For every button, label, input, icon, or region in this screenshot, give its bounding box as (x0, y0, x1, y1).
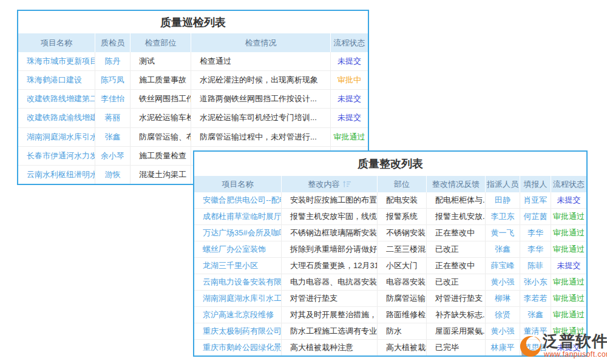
rectification-table-title: 质量整改列表 (194, 152, 586, 176)
reporter-cell[interactable]: 肖亚军 (520, 192, 551, 208)
project-cell[interactable]: 湖南洞庭湖水库引水工... (18, 128, 95, 146)
assignee-cell[interactable]: 张鑫 (486, 241, 520, 257)
inspector-cell[interactable]: 陈丹 (95, 52, 131, 70)
fanpu-logo-text: 泛普软件 (543, 332, 607, 350)
project-cell[interactable]: 云南电力设备安装有限公司20... (194, 274, 282, 290)
content-cell: 高大植被栽种注意 (282, 340, 378, 356)
inspector-cell[interactable]: 蒋丽 (95, 109, 131, 127)
header-cell-project: 项目名称 (194, 176, 282, 192)
status-cell: 未提交 (551, 192, 586, 208)
part-cell: 防腐管运输... (378, 291, 427, 306)
situation-cell: 检查通过 (191, 52, 331, 70)
assignee-cell[interactable]: 黄小强 (486, 274, 520, 290)
part-cell: 铁丝网围挡工作检查 (131, 90, 191, 108)
project-cell[interactable]: 改建铁路线增建第二线... (18, 90, 95, 108)
status-cell: 未提交 (331, 90, 368, 108)
content-cell: 对其及时开展整治措施，桥头... (282, 307, 378, 323)
part-cell: 高大植被栽种 (378, 340, 427, 356)
project-cell[interactable]: 重庆市鹅岭公园绿化景观提升... (194, 340, 282, 356)
reporter-cell[interactable]: 张鑫 (520, 307, 551, 323)
part-cell: 水泥砼运输车检查 (131, 109, 191, 127)
part-cell: 二至三楼混... (378, 241, 427, 257)
reporter-cell[interactable]: 陈菲 (520, 258, 551, 274)
feedback-cell: 正在整改中 (427, 225, 486, 241)
project-cell[interactable]: 京沪高速北京段维修 (194, 307, 282, 323)
content-cell: 电力电容器、电抗器安装方案,... (282, 274, 378, 290)
header-cell-project: 项目名称 (18, 33, 95, 52)
project-cell[interactable]: 珠海鹤港口建设 (18, 71, 95, 89)
fanpu-logo-url: www.fanpusoft.com (544, 350, 607, 359)
content-cell: 防水工程施工选调有专业资质... (282, 323, 378, 339)
project-cell[interactable]: 螺丝厂办公室装饰 (194, 241, 282, 257)
project-cell[interactable]: 万达广场35#会所及咖啡厅空... (194, 225, 282, 241)
feedback-cell: 配电柜柜体与... (427, 192, 486, 208)
inspector-cell[interactable]: 余小琴 (95, 147, 131, 165)
reporter-cell[interactable]: 李若若 (520, 291, 551, 306)
status-cell: 审批通过 (551, 209, 586, 224)
project-cell[interactable]: 龙湖三千里小区 (194, 258, 282, 274)
reporter-cell[interactable]: 何芷茵 (520, 209, 551, 224)
table-row: 珠海市城市更新项目紫...陈丹测试检查通过未提交 (18, 52, 368, 71)
rectification-table: 质量整改列表 项目名称整改内容 部位整改情况反馈指派人员填报人流程状态 安徽合肥… (193, 150, 588, 357)
inspector-cell[interactable]: 游恢 (95, 166, 131, 184)
project-cell[interactable]: 安徽合肥供电公司--配电设备... (194, 192, 282, 208)
sort-icon (343, 181, 351, 187)
part-cell: 防腐管运输、布管 (131, 128, 191, 146)
assignee-cell[interactable]: 李卫东 (486, 209, 520, 224)
status-cell: 未提交 (551, 258, 586, 274)
assignee-cell[interactable]: 柳琳 (486, 291, 520, 306)
project-cell[interactable]: 改建铁路成渝线增建第... (18, 109, 95, 127)
rectification-table-body: 安徽合肥供电公司--配电设备...安装时应按施工图的布置，将...配电安装配电柜… (194, 192, 586, 356)
table-row: 改建铁路成渝线增建第...蒋丽水泥砼运输车检查水泥砼运输车司机经过专门培训...… (18, 109, 368, 127)
content-cell: 不锈钢边框玻璃隔断安装不牢... (282, 225, 378, 241)
part-cell: 报警系统 (378, 209, 427, 224)
project-cell[interactable]: 成都杜甫草堂临时展厅独立展... (194, 209, 282, 224)
part-cell: 配电安装 (378, 192, 427, 208)
project-cell[interactable]: 珠海市城市更新项目紫... (18, 52, 95, 70)
reporter-cell[interactable]: 李华 (520, 241, 551, 257)
table-row: 云南电力设备安装有限公司20...电力电容器、电抗器安装方案,...电容器安装.… (194, 274, 586, 291)
assignee-cell[interactable]: 林康平 (486, 340, 520, 356)
assignee-cell[interactable]: 薛宝峰 (486, 258, 520, 274)
inspector-cell[interactable]: 李佳怡 (95, 90, 131, 108)
table-row: 万达广场35#会所及咖啡厅空...不锈钢边框玻璃隔断安装不牢...不锈钢安装..… (194, 225, 586, 241)
situation-cell: 水泥砼运输车司机经过专门培训... (191, 109, 331, 127)
project-cell[interactable]: 重庆太极制药有限公司亳州中... (194, 323, 282, 339)
status-cell: 未提交 (331, 52, 368, 70)
rectification-header-row: 项目名称整改内容 部位整改情况反馈指派人员填报人流程状态 (194, 176, 586, 192)
content-cell: 报警主机安放牢固，线缆连接... (282, 209, 378, 224)
assignee-cell[interactable]: 田静 (486, 192, 520, 208)
assignee-cell[interactable]: 黄小强 (486, 323, 520, 339)
part-cell: 混凝土沟渠工 (131, 166, 191, 184)
header-cell-part: 部位 (378, 176, 427, 192)
situation-cell: 水泥砼灌注的时候，出现离析现象 (191, 71, 331, 89)
header-cell-status: 流程状态 (551, 176, 586, 192)
status-cell: 审批中 (331, 71, 368, 89)
project-cell[interactable]: 云南水利枢纽潜明水库... (18, 166, 95, 184)
project-cell[interactable]: 长春市伊通河水力发电... (18, 147, 95, 165)
feedback-cell: 已改正 (427, 241, 486, 257)
content-cell: 拆除到承重墙部分请做好加固... (282, 241, 378, 257)
content-cell: 大理石质量更换，12月31日之... (282, 258, 378, 274)
assignee-cell[interactable]: 黄一飞 (486, 225, 520, 241)
feedback-cell: 报警主机安放... (427, 209, 486, 224)
assignee-cell[interactable]: 徐贤 (486, 307, 520, 323)
table-row: 湖南洞庭湖水库引水工...张鑫防腐管运输、布管防腐管运输过程中，未对管进行...… (18, 128, 368, 147)
project-cell[interactable]: 湖南洞庭湖水库引水工程施工标 (194, 291, 282, 306)
header-cell-situation: 检查情况 (191, 33, 331, 52)
part-cell: 测试 (131, 52, 191, 70)
feedback-cell: 已改正 (427, 274, 486, 290)
part-cell: 小区大门 (378, 258, 427, 274)
part-cell: 施工质量事故 (131, 71, 191, 89)
inspector-cell[interactable]: 张鑫 (95, 128, 131, 146)
part-cell: 电容器安装... (378, 274, 427, 290)
table-row: 京沪高速北京段维修对其及时开展整治措施，桥头...路面维修检...补齐缺失标志.… (194, 307, 586, 323)
header-cell-inspector: 质检员 (95, 33, 131, 52)
feedback-cell: 屋面采用聚氨... (427, 323, 486, 339)
reporter-cell[interactable]: 张小东 (520, 274, 551, 290)
header-cell-part: 检查部位 (131, 33, 191, 52)
reporter-cell[interactable]: 李华 (520, 225, 551, 241)
header-cell-content[interactable]: 整改内容 (282, 176, 378, 192)
inspector-cell[interactable]: 陈巧凤 (95, 71, 131, 89)
part-cell: 不锈钢安装... (378, 225, 427, 241)
